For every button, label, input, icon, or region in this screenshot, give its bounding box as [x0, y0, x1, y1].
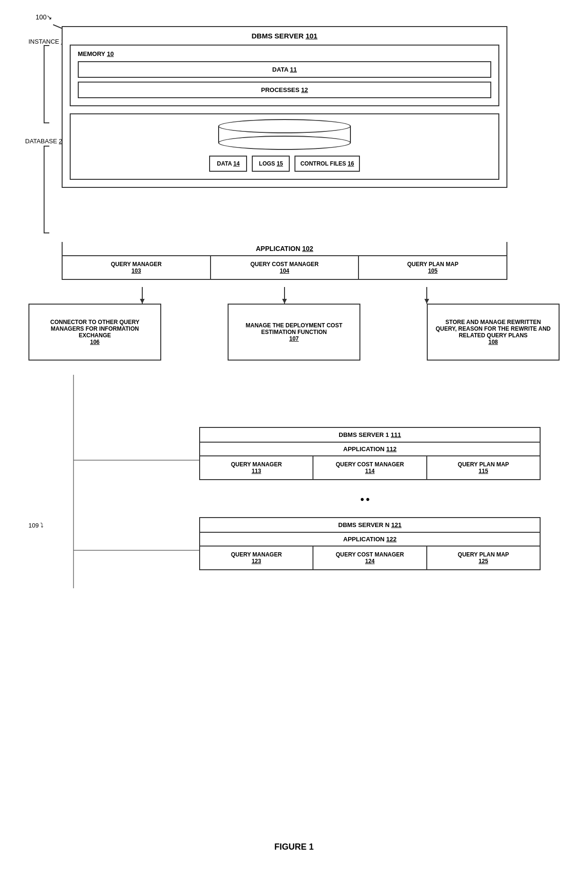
query-plan-map-module: QUERY PLAN MAP 105 — [359, 256, 506, 279]
disk-logs-box: LOGS 15 — [252, 156, 290, 172]
serverN-app-title: APPLICATION 122 — [200, 533, 540, 547]
query-manager-module: QUERY MANAGER 103 — [63, 256, 211, 279]
server1-app-title: APPLICATION 112 — [200, 443, 540, 456]
dbms-server-title: DBMS SERVER 101 — [70, 32, 499, 40]
disk-ellipse-top — [218, 119, 351, 133]
app-modules: QUERY MANAGER 103 QUERY COST MANAGER 104… — [63, 256, 506, 279]
processes-box: PROCESSES 12 — [78, 82, 491, 98]
data-box: DATA 11 — [78, 61, 491, 78]
disk-controlfiles-box: CONTROL FILES 16 — [294, 156, 359, 172]
memory-box: MEMORY 10 DATA 11 PROCESSES 12 — [70, 45, 499, 106]
connector-box: CONNECTOR TO OTHER QUERY MANAGERS FOR IN… — [28, 304, 161, 361]
disk-cylinder: DISK 13 — [78, 119, 491, 150]
application-title: APPLICATION 102 — [63, 242, 506, 256]
deployment-cost-box: MANAGE THE DEPLOYMENT COST ESTIMATION FU… — [228, 304, 360, 361]
disk-data-box: DATA 14 — [209, 156, 247, 172]
serverN-query-plan-map: QUERY PLAN MAP 125 — [427, 547, 540, 569]
ref-100: 100↘ — [36, 13, 52, 21]
server1-query-cost-manager: QUERY COST MANAGER 114 — [313, 456, 427, 479]
server1-query-plan-map: QUERY PLAN MAP 115 — [427, 456, 540, 479]
lower-section: CONNECTOR TO OTHER QUERY MANAGERS FOR IN… — [28, 304, 560, 361]
dots-row: •• — [360, 493, 371, 506]
query-cost-manager-module: QUERY COST MANAGER 104 — [211, 256, 359, 279]
application-row: APPLICATION 102 QUERY MANAGER 103 QUERY … — [62, 242, 507, 280]
disk-area: DISK 13 DATA 14 LOGS 15 CONTROL FILES 16 — [70, 113, 499, 180]
svg-marker-3 — [140, 299, 145, 304]
ref-109: 109 ⤵ — [28, 522, 44, 529]
database-brace — [44, 146, 49, 233]
server1-title: DBMS SERVER 1 111 — [200, 428, 540, 443]
server1-modules: QUERY MANAGER 113 QUERY COST MANAGER 114… — [200, 456, 540, 479]
disk-ellipse-bottom — [218, 136, 351, 150]
serverN-title: DBMS SERVER N 121 — [200, 518, 540, 533]
disk-sub-boxes: DATA 14 LOGS 15 CONTROL FILES 16 — [78, 156, 491, 172]
diagram-page: 100↘ INSTANCE 1 DATABASE 2 DBMS SERVER 1… — [0, 0, 588, 871]
serverN-query-cost-manager: QUERY COST MANAGER 124 — [313, 547, 427, 569]
svg-marker-7 — [424, 299, 429, 304]
serverN-modules: QUERY MANAGER 123 QUERY COST MANAGER 124… — [200, 547, 540, 569]
server1-query-manager: QUERY MANAGER 113 — [200, 456, 313, 479]
figure-label: FIGURE 1 — [274, 842, 313, 852]
dbms-server-box: DBMS SERVER 101 MEMORY 10 DATA 11 PROCES… — [62, 26, 507, 188]
serverN-query-manager: QUERY MANAGER 123 — [200, 547, 313, 569]
database-label: DATABASE 2 — [25, 138, 62, 145]
serverN-box: DBMS SERVER N 121 APPLICATION 122 QUERY … — [199, 517, 541, 570]
server1-box: DBMS SERVER 1 111 APPLICATION 112 QUERY … — [199, 427, 541, 480]
store-manage-box: STORE AND MANAGE REWRITTEN QUERY, REASON… — [427, 304, 560, 361]
svg-marker-5 — [282, 299, 287, 304]
memory-title: MEMORY 10 — [78, 50, 491, 57]
instance-brace — [44, 45, 49, 123]
instance-label: INSTANCE 1 — [28, 38, 64, 45]
